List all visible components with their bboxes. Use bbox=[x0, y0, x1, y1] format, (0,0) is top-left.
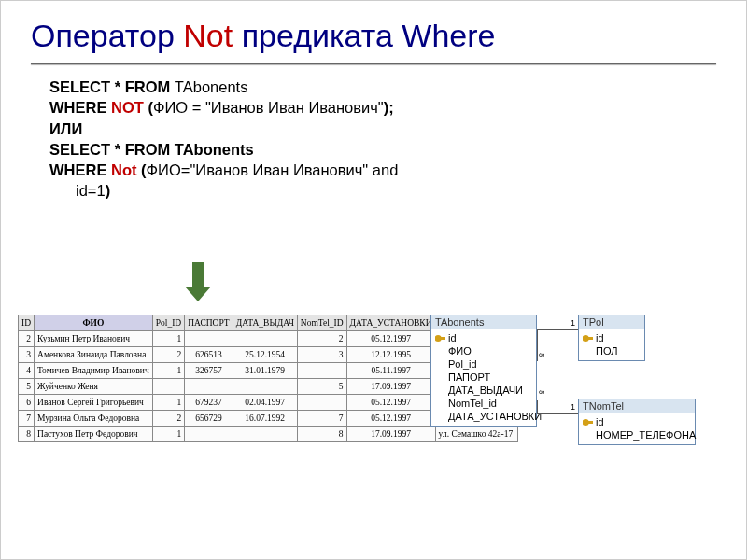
kw-where-2: WHERE bbox=[49, 161, 111, 178]
table-cell: 02.04.1997 bbox=[233, 395, 297, 411]
table-cell: 656729 bbox=[185, 411, 233, 427]
table-cell: 25.12.1954 bbox=[233, 347, 297, 363]
paren-close-2: ) bbox=[106, 182, 111, 199]
table-cell: 7 bbox=[19, 411, 35, 427]
entity-tnomtel: TNomTel id НОМЕР_ТЕЛЕФОНА bbox=[578, 399, 696, 445]
table-cell: 6 bbox=[19, 395, 35, 411]
relation-line-2 bbox=[537, 413, 578, 414]
table-cell: 1 bbox=[152, 363, 184, 379]
table-cell: 5 bbox=[19, 379, 35, 395]
slide-title: Оператор Not предиката Where bbox=[31, 18, 716, 60]
sql-line-3: SELECT * FROM TAbonents bbox=[49, 139, 716, 160]
table-cell: 05.12.1997 bbox=[346, 395, 435, 411]
relation-line-1v bbox=[537, 329, 538, 361]
entity-tnomtel-title: TNomTel bbox=[579, 399, 695, 413]
col-id: ID bbox=[19, 315, 35, 331]
field-dateu: ДАТА_УСТАНОВКИ bbox=[433, 410, 534, 423]
table-cell: Аменкова Зинаида Павловна bbox=[35, 347, 153, 363]
table-cell: Томичев Владимир Иванович bbox=[35, 363, 153, 379]
entity-tabonents: TAbonents id ФИО Pol_id ПАПОРТ ДАТА_ВЫДА… bbox=[430, 315, 537, 427]
field-fio: ФИО bbox=[433, 344, 534, 357]
table-cell bbox=[152, 379, 184, 395]
kw-and: and bbox=[373, 161, 399, 178]
table-cell: 679237 bbox=[185, 395, 233, 411]
relation-1-one: 1 bbox=[571, 318, 575, 328]
field-datev: ДАТА_ВЫДАЧИ bbox=[433, 384, 534, 397]
sql-line-5: id=1) bbox=[49, 180, 716, 201]
table-cell: 17.09.1997 bbox=[346, 427, 435, 442]
sql-line-2: WHERE NOT (ФИО = "Иванов Иван Иванович")… bbox=[49, 97, 716, 118]
table-cell bbox=[185, 379, 233, 395]
field-polid: Pol_id bbox=[433, 357, 534, 371]
table-cell: 31.01.1979 bbox=[233, 363, 297, 379]
kw-where: WHERE bbox=[49, 99, 111, 116]
table-cell: 05.12.1997 bbox=[346, 331, 435, 347]
predicate-id: id=1 bbox=[76, 182, 106, 199]
relation-1-many: ∞ bbox=[539, 350, 544, 359]
title-underline bbox=[31, 63, 716, 64]
table-cell: Жуйченко Женя bbox=[35, 379, 153, 395]
entity-tpol-title: TPol bbox=[579, 315, 644, 329]
col-nomtel: NomTel_ID bbox=[297, 315, 346, 331]
entity-tabonents-title: TAbonents bbox=[431, 315, 536, 329]
table-cell: 2 bbox=[297, 331, 346, 347]
table-cell: 16.07.1992 bbox=[233, 411, 297, 427]
kw-not-1: NOT bbox=[111, 99, 148, 116]
predicate-2: ФИО="Иванов Иван Иванович" bbox=[147, 161, 373, 178]
table-cell: 1 bbox=[152, 427, 184, 442]
table-cell bbox=[233, 331, 297, 347]
table-cell: 4 bbox=[19, 363, 35, 379]
table-cell: Кузьмин Петр Иванович bbox=[35, 331, 153, 347]
sql-content: SELECT * FROM TAbonents WHERE NOT (ФИО =… bbox=[31, 77, 716, 202]
table-cell: 8 bbox=[297, 427, 346, 442]
table-cell bbox=[233, 427, 297, 442]
table-cell: 7 bbox=[297, 411, 346, 427]
table-cell bbox=[185, 331, 233, 347]
table-cell bbox=[185, 427, 233, 442]
table-cell bbox=[297, 395, 346, 411]
table-cell: 1 bbox=[152, 331, 184, 347]
paren-close-1: ); bbox=[384, 99, 394, 116]
relation-2-many: ∞ bbox=[539, 387, 544, 397]
col-passport: ПАСПОРТ bbox=[185, 315, 233, 331]
predicate-1: ФИО = "Иванов Иван Иванович" bbox=[153, 99, 384, 116]
table-cell: 3 bbox=[19, 347, 35, 363]
table-cell: ул. Семашко 42а-17 bbox=[435, 427, 517, 442]
relation-2-one: 1 bbox=[571, 402, 575, 412]
tnomtel-num: НОМЕР_ТЕЛЕФОНА bbox=[581, 428, 693, 441]
table-cell: 2 bbox=[19, 331, 35, 347]
field-passport: ПАПОРТ bbox=[433, 371, 534, 384]
table-cell: Мурзина Ольга Федоровна bbox=[35, 411, 153, 427]
table-cell: 3 bbox=[297, 347, 346, 363]
sql-line-1: SELECT * FROM TAbonents bbox=[49, 77, 716, 97]
entity-tpol: TPol id ПОЛ bbox=[578, 315, 645, 361]
sql-line-4: WHERE Not (ФИО="Иванов Иван Иванович" an… bbox=[49, 160, 716, 180]
tnomtel-id: id bbox=[581, 415, 693, 428]
field-id: id bbox=[433, 331, 534, 344]
title-part1: Оператор bbox=[31, 18, 183, 53]
table-cell: 2 bbox=[152, 411, 184, 427]
table-cell: 8 bbox=[19, 427, 35, 442]
relation-line-2v bbox=[537, 400, 538, 413]
table-row: 8Пастухов Петр Федорович1817.09.1997ул. … bbox=[19, 427, 518, 442]
arrow-down-icon bbox=[192, 262, 211, 301]
tbl-name: TAbonents bbox=[175, 78, 248, 95]
table-cell bbox=[297, 363, 346, 379]
table-cell: 5 bbox=[297, 379, 346, 395]
col-polid: Pol_ID bbox=[152, 315, 184, 331]
col-datev: ДАТА_ВЫДАЧ bbox=[233, 315, 297, 331]
table-cell: 17.09.1997 bbox=[346, 379, 435, 395]
col-fio: ФИО bbox=[35, 315, 153, 331]
table-cell: 626513 bbox=[185, 347, 233, 363]
table-cell: 326757 bbox=[185, 363, 233, 379]
table-cell: 05.11.1997 bbox=[346, 363, 435, 379]
table-cell: Пастухов Петр Федорович bbox=[35, 427, 153, 442]
col-dateu: ДАТА_УСТАНОВКИ bbox=[346, 315, 435, 331]
field-nomtelid: NomTel_id bbox=[433, 397, 534, 410]
table-cell bbox=[233, 379, 297, 395]
or-label: ИЛИ bbox=[49, 119, 716, 139]
table-cell: 12.12.1995 bbox=[346, 347, 435, 363]
kw-select-from: SELECT * FROM bbox=[49, 78, 175, 95]
title-not: Not bbox=[183, 18, 233, 53]
table-cell: 1 bbox=[152, 395, 184, 411]
